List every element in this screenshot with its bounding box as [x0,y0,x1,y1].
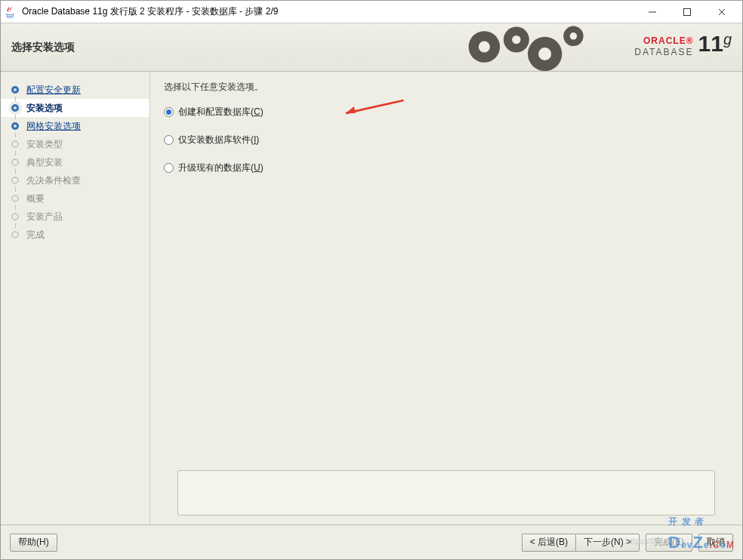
step-dot-icon [8,155,22,169]
annotation-arrow-icon [339,96,407,118]
install-option-2[interactable]: 升级现有的数据库(U) [164,162,729,174]
svg-point-10 [14,88,17,91]
step-label: 先决条件检查 [26,174,81,187]
step-label: 安装选项 [26,102,63,115]
page-title: 选择安装选项 [1,41,75,54]
main-panel: 选择以下任意安装选项。 创建和配置数据库(C)仅安装数据库软件(I)升级现有的数… [150,72,742,525]
step-dot-icon [8,137,22,151]
step-dot-icon [8,210,22,223]
step-3: 安装类型 [1,135,150,153]
radio-icon[interactable] [164,107,174,117]
cancel-button[interactable]: 取消 [698,534,733,552]
step-0[interactable]: 配置安全更新 [1,81,150,99]
step-7: 安装产品 [1,208,150,226]
svg-point-14 [14,125,17,128]
step-label: 网格安装选项 [26,120,81,133]
help-button[interactable]: 帮助(H) [10,534,57,552]
minimize-button[interactable] [635,1,670,23]
step-dot-icon [8,119,22,133]
install-option-0[interactable]: 创建和配置数据库(C) [164,106,729,118]
window-title: Oracle Database 11g 发行版 2 安装程序 - 安装数据库 -… [22,5,635,18]
step-label: 概要 [26,192,45,205]
back-button[interactable]: < 后退(B) [522,534,575,552]
step-5: 先决条件检查 [1,171,150,189]
footer: 帮助(H) < 后退(B) 下一步(N) > 完成(E) 取消 https://… [1,525,742,559]
header-banner: 选择安装选项 ORACLE® DATABASE 11g [1,23,742,72]
body: 配置安全更新安装选项网格安装选项安装类型典型安装先决条件检查概要安装产品完成 选… [1,72,742,525]
svg-rect-0 [684,8,691,15]
message-area [177,470,715,515]
step-dot-icon [8,101,22,115]
install-option-group: 创建和配置数据库(C)仅安装数据库软件(I)升级现有的数据库(U) [164,106,729,174]
step-dot-icon [8,83,22,97]
installer-window: Oracle Database 11g 发行版 2 安装程序 - 安装数据库 -… [0,0,743,560]
step-8: 完成 [1,226,150,244]
step-2[interactable]: 网格安装选项 [1,117,150,135]
next-button[interactable]: 下一步(N) > [575,534,640,552]
install-option-1[interactable]: 仅安装数据库软件(I) [164,134,729,146]
step-1: 安装选项 [1,99,150,117]
titlebar: Oracle Database 11g 发行版 2 安装程序 - 安装数据库 -… [1,1,742,23]
svg-point-16 [12,159,18,165]
maximize-button[interactable] [670,1,704,23]
svg-point-20 [12,232,18,238]
option-label: 创建和配置数据库(C) [178,106,264,118]
java-icon [4,5,17,19]
step-label: 安装产品 [26,211,63,223]
version-11g: 11g [698,31,732,57]
svg-point-17 [12,177,18,183]
step-label: 安装类型 [26,138,63,151]
svg-point-4 [512,35,520,44]
step-label: 典型安装 [26,156,63,169]
option-label: 升级现有的数据库(U) [178,162,264,174]
step-4: 典型安装 [1,153,150,171]
svg-point-12 [14,106,17,109]
radio-icon[interactable] [164,163,174,173]
step-label: 配置安全更新 [26,84,81,97]
finish-button[interactable]: 完成(E) [646,534,692,552]
step-label: 完成 [26,229,45,242]
steps-sidebar: 配置安全更新安装选项网格安装选项安装类型典型安装先决条件检查概要安装产品完成 [1,72,150,525]
step-dot-icon [8,228,22,242]
step-6: 概要 [1,189,150,208]
instruction-text: 选择以下任意安装选项。 [164,81,729,94]
step-dot-icon [8,174,22,187]
svg-point-8 [570,32,577,39]
close-button[interactable] [704,1,739,23]
gears-decoration [463,19,591,75]
oracle-logo: ORACLE® DATABASE 11g [634,31,732,57]
svg-point-19 [12,214,18,220]
option-label: 仅安装数据库软件(I) [178,134,259,146]
svg-point-6 [538,48,551,60]
svg-point-18 [12,195,18,202]
svg-point-2 [479,41,490,52]
step-dot-icon [8,192,22,205]
radio-icon[interactable] [164,135,174,145]
svg-point-15 [12,141,18,147]
